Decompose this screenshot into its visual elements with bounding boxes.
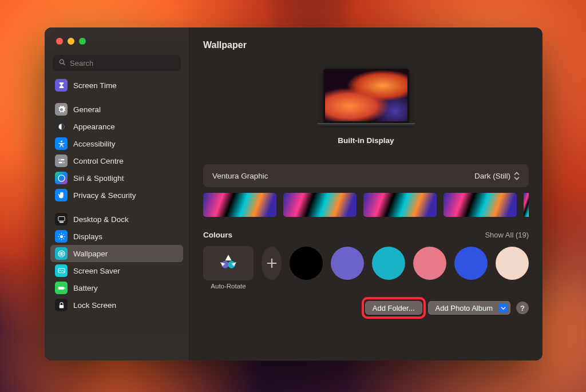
- colours-show-all[interactable]: Show All (19): [485, 231, 529, 239]
- svg-point-7: [62, 161, 64, 163]
- sidebar-item-label: Screen Time: [73, 81, 117, 90]
- sidebar-item-label: Desktop & Dock: [73, 215, 129, 224]
- sidebar-item-label: Wallpaper: [73, 250, 108, 258]
- page-title: Wallpaper: [189, 27, 543, 55]
- svg-rect-27: [59, 304, 64, 308]
- wallpaper-thumb[interactable]: [524, 193, 529, 217]
- window-controls: [45, 27, 189, 45]
- sidebar-item-lock-screen[interactable]: Lock Screen: [50, 296, 183, 314]
- wallpaper-icon: [55, 247, 68, 260]
- sidebar-item-appearance[interactable]: Appearance: [50, 118, 183, 135]
- display-name-label: Built-in Display: [338, 136, 394, 145]
- sidebar-item-privacy-security[interactable]: Privacy & Security: [50, 187, 183, 204]
- lock-icon: [55, 299, 68, 311]
- colour-swatch[interactable]: [454, 247, 488, 280]
- search-icon: [58, 58, 66, 66]
- wallpaper-thumb[interactable]: [363, 193, 437, 217]
- colours-title: Colours: [203, 231, 232, 239]
- sidebar-item-screen-saver[interactable]: Screen Saver: [50, 262, 183, 279]
- current-wallpaper-name: Ventura Graphic: [212, 172, 268, 180]
- help-button[interactable]: ?: [516, 302, 529, 314]
- hourglass-icon: [55, 79, 68, 92]
- displays-icon: [55, 230, 68, 243]
- sidebar-item-label: Privacy & Security: [73, 191, 136, 200]
- sidebar-item-label: Displays: [73, 232, 102, 241]
- sidebar-item-general[interactable]: General: [50, 101, 183, 118]
- add-photo-album-label: Add Photo Album: [435, 304, 493, 312]
- current-wallpaper-bar[interactable]: Ventura Graphic Dark (Still): [203, 164, 529, 187]
- screensaver-icon: [55, 264, 68, 277]
- svg-point-0: [60, 60, 64, 64]
- add-photo-album-dropdown[interactable]: [498, 303, 508, 312]
- sidebar-item-wallpaper[interactable]: Wallpaper: [50, 245, 183, 262]
- svg-rect-10: [59, 221, 64, 223]
- wallpaper-thumb[interactable]: [283, 193, 357, 217]
- siri-icon: [55, 172, 68, 184]
- search-input[interactable]: [53, 55, 181, 71]
- chevron-down-icon: [501, 306, 506, 311]
- sidebar-item-label: Siri & Spotlight: [73, 174, 124, 183]
- svg-line-1: [63, 63, 65, 65]
- current-wallpaper-mode: Dark (Still): [474, 172, 510, 180]
- sidebar-nav: Screen TimeGeneralAppearanceAccessibilit…: [45, 77, 189, 361]
- dynamic-thumbnails-row: [203, 193, 529, 217]
- sidebar-item-screen-time[interactable]: Screen Time: [50, 77, 183, 94]
- svg-line-16: [59, 234, 60, 235]
- system-settings-window: Screen TimeGeneralAppearanceAccessibilit…: [45, 27, 543, 361]
- chevron-down-icon: [514, 176, 520, 180]
- gear-icon: [55, 103, 68, 116]
- svg-point-11: [60, 235, 63, 238]
- sidebar-item-accessibility[interactable]: Accessibility: [50, 135, 183, 152]
- mode-stepper[interactable]: [514, 171, 522, 181]
- sidebar-item-label: General: [73, 105, 101, 114]
- appearance-icon: [55, 120, 68, 133]
- sidebar-item-desktop-dock[interactable]: Desktop & Dock: [50, 211, 183, 228]
- chevron-up-icon: [514, 172, 520, 176]
- auto-rotate-label: Auto-Rotate: [203, 283, 254, 290]
- sidebar-item-control-centre[interactable]: Control Centre: [50, 152, 183, 169]
- close-window-button[interactable]: [56, 38, 63, 45]
- svg-point-8: [58, 175, 64, 181]
- sidebar: Screen TimeGeneralAppearanceAccessibilit…: [45, 27, 189, 361]
- colours-row: Auto-Rotate: [203, 246, 529, 280]
- content-scroll[interactable]: Built-in Display Ventura Graphic Dark (S…: [189, 55, 543, 361]
- control-centre-icon: [55, 155, 68, 167]
- sidebar-item-label: Control Centre: [73, 157, 124, 165]
- laptop-preview: [323, 69, 409, 127]
- recycle-icon: [219, 252, 238, 274]
- colour-swatch[interactable]: [496, 247, 529, 280]
- wallpaper-thumb[interactable]: [203, 193, 276, 217]
- add-colour-button[interactable]: [262, 247, 282, 280]
- svg-point-21: [60, 252, 62, 254]
- svg-point-3: [61, 140, 62, 142]
- zoom-window-button[interactable]: [79, 38, 86, 45]
- sidebar-item-battery[interactable]: Battery: [50, 279, 183, 296]
- auto-rotate-tile[interactable]: [203, 246, 254, 280]
- content-pane: Wallpaper Built-in Display Ventura Graph…: [189, 27, 543, 361]
- svg-point-6: [59, 159, 61, 160]
- tutorial-highlight: Add Folder...: [362, 297, 426, 319]
- colour-swatch[interactable]: [413, 247, 446, 280]
- sidebar-item-label: Battery: [73, 284, 98, 292]
- accessibility-icon: [55, 137, 68, 150]
- colour-swatch[interactable]: [331, 247, 364, 280]
- minimize-window-button[interactable]: [68, 38, 74, 45]
- sidebar-item-label: Appearance: [73, 122, 115, 131]
- search-container: [45, 45, 189, 77]
- sidebar-item-siri-spotlight[interactable]: Siri & Spotlight: [50, 169, 183, 187]
- plus-icon: [266, 257, 278, 270]
- dock-icon: [55, 213, 68, 225]
- wallpaper-thumb[interactable]: [444, 193, 517, 217]
- sidebar-item-label: Lock Screen: [73, 301, 116, 310]
- battery-icon: [55, 282, 68, 294]
- hand-icon: [55, 189, 68, 201]
- add-photo-album-button[interactable]: Add Photo Album: [428, 301, 510, 315]
- colour-swatch[interactable]: [290, 247, 323, 280]
- colour-swatch[interactable]: [372, 247, 405, 280]
- footer-actions: Add Folder... Add Photo Album ?: [203, 301, 529, 315]
- sidebar-item-displays[interactable]: Displays: [50, 228, 183, 245]
- svg-rect-25: [58, 287, 64, 290]
- colours-section-header: Colours Show All (19): [203, 231, 529, 239]
- add-folder-button[interactable]: Add Folder...: [365, 301, 422, 315]
- sidebar-item-label: Screen Saver: [73, 267, 120, 275]
